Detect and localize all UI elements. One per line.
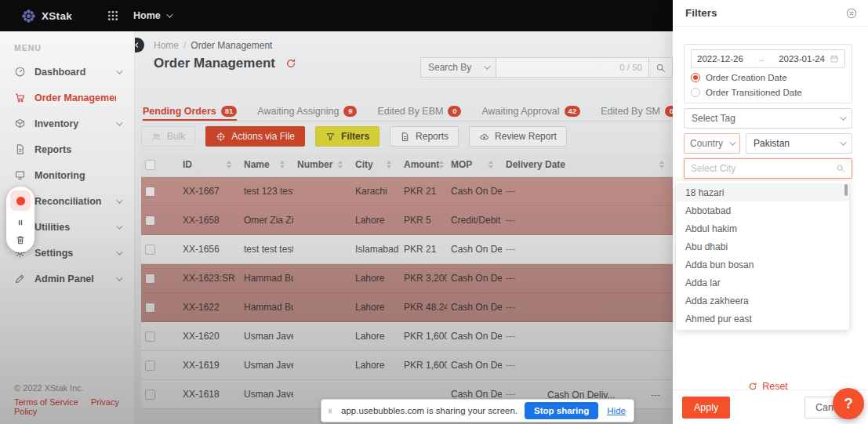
- row-checkbox[interactable]: [145, 274, 155, 284]
- row-select-cell: [141, 263, 179, 292]
- sort-control[interactable]: [338, 161, 343, 169]
- city-search-input[interactable]: [691, 163, 836, 174]
- close-icon[interactable]: [845, 7, 858, 20]
- status-tabs: Pending Orders 81 Awaiting Assigning 9 E…: [141, 101, 673, 121]
- bulk-button[interactable]: Bulk: [141, 126, 195, 147]
- city-option[interactable]: Adda zakheera: [676, 292, 849, 310]
- stop-sharing-button[interactable]: Stop sharing: [525, 402, 598, 419]
- review-report-button[interactable]: Review Report: [469, 126, 567, 147]
- status-tab[interactable]: Awaiting Approval 42: [481, 101, 580, 121]
- sidebar-item-label: Reconciliation: [35, 196, 116, 207]
- row-select-cell: [141, 234, 179, 263]
- row-checkbox[interactable]: [145, 390, 155, 400]
- date-to[interactable]: 2023-01-24: [779, 54, 825, 63]
- table-row[interactable]: XX-1623:SR Hammad Butt... Lahore PKR 3,2…: [141, 263, 673, 292]
- city-option[interactable]: Ahmed pur east: [676, 310, 849, 328]
- table-row[interactable]: XX-1620 Usman Javed Lahore PKR 1,600 Cas…: [141, 321, 673, 350]
- sidebar-collapse-button[interactable]: [135, 38, 144, 53]
- column-header[interactable]: Delivery Date: [502, 153, 673, 176]
- column-header[interactable]: Amount: [400, 153, 447, 176]
- sidebar-item[interactable]: Admin Panel: [0, 266, 134, 292]
- city-option[interactable]: Abbotabad: [676, 201, 849, 219]
- sort-control[interactable]: [227, 161, 231, 169]
- refresh-icon[interactable]: [285, 58, 296, 69]
- trash-icon[interactable]: [15, 234, 26, 245]
- chevron-down-icon: [116, 197, 122, 203]
- pause-icon[interactable]: [15, 217, 26, 228]
- row-checkbox[interactable]: [145, 303, 155, 313]
- record-button[interactable]: [10, 190, 31, 211]
- status-tab[interactable]: Awaiting Assigning 9: [257, 101, 357, 121]
- status-tab[interactable]: Edited By EBM 0: [377, 101, 461, 121]
- sort-control[interactable]: [439, 161, 444, 169]
- table-row[interactable]: XX-1658 Omer Zia Zia Lahore PKR 5 Credit…: [141, 205, 673, 234]
- hide-share-bar-link[interactable]: Hide: [607, 406, 626, 415]
- scrollbar-thumb[interactable]: [844, 184, 848, 196]
- select-tag-dropdown[interactable]: Select Tag: [684, 108, 852, 129]
- column-header[interactable]: MOP: [447, 153, 502, 176]
- row-checkbox[interactable]: [145, 332, 155, 342]
- search-by-select[interactable]: Search By: [420, 57, 496, 78]
- sort-control[interactable]: [488, 161, 493, 169]
- chevron-down-icon: [116, 248, 122, 255]
- tab-label: Edited By SM: [601, 106, 660, 117]
- select-tag-placeholder: Select Tag: [692, 113, 735, 124]
- search-input[interactable]: [503, 62, 619, 73]
- city-option[interactable]: Abdul hakim: [676, 219, 849, 237]
- city-option[interactable]: Adda lar: [676, 274, 849, 292]
- city-option[interactable]: Adda bun bosan: [676, 255, 849, 274]
- column-header[interactable]: ID: [179, 153, 240, 176]
- filters-button[interactable]: Filters: [315, 126, 380, 147]
- home-nav-dropdown[interactable]: Home: [133, 10, 171, 21]
- table-header-row: ID Name: [141, 153, 673, 176]
- column-header[interactable]: City: [351, 153, 400, 176]
- column-header[interactable]: Number: [293, 153, 351, 176]
- country-filter-row: Country Pakistan: [684, 133, 852, 154]
- select-all-checkbox[interactable]: [145, 160, 155, 170]
- table-row[interactable]: XX-1622 Hammad Butt... Lahore PKR 48.24 …: [141, 292, 673, 321]
- status-tab[interactable]: Edited By SM 0: [601, 101, 673, 121]
- sidebar-item[interactable]: Monitoring: [0, 162, 134, 188]
- breadcrumb-home[interactable]: Home: [154, 40, 179, 51]
- drag-handle-icon[interactable]: [326, 406, 334, 416]
- share-message: app.usebubbles.com is sharing your scree…: [341, 406, 518, 415]
- column-header[interactable]: Name: [240, 153, 293, 176]
- sort-control[interactable]: [659, 161, 664, 169]
- city-option[interactable]: Abu dhabi: [676, 237, 849, 255]
- radio-option[interactable]: Order Transitioned Date: [691, 86, 845, 98]
- sidebar-item[interactable]: Inventory: [0, 111, 134, 136]
- table-row[interactable]: XX-1667 test 123 test Karachi PKR 21 Cas…: [141, 176, 673, 205]
- actions-via-file-button[interactable]: Actions via File: [205, 126, 305, 147]
- radio-option[interactable]: Order Creation Date: [691, 71, 845, 83]
- date-from[interactable]: 2022-12-26: [697, 54, 743, 63]
- row-checkbox[interactable]: [145, 187, 155, 197]
- table-row[interactable]: XX-1656 test test test Islamabad PKR 21 …: [141, 234, 673, 263]
- column-header-label: City: [355, 159, 373, 170]
- chevron-down-icon: [166, 11, 173, 17]
- sidebar-item[interactable]: Dashboard: [0, 59, 134, 85]
- row-checkbox[interactable]: [145, 245, 155, 255]
- sidebar-item[interactable]: Reports: [0, 136, 134, 162]
- sidebar-item[interactable]: Order Management: [0, 85, 134, 111]
- cell-delivery-date: ---: [502, 350, 673, 379]
- cell-mop: Cash On Deliv...: [447, 321, 502, 350]
- row-checkbox[interactable]: [145, 361, 155, 371]
- sort-control[interactable]: [387, 161, 391, 169]
- sort-control[interactable]: [280, 161, 285, 169]
- app-grid-icon[interactable]: [107, 9, 119, 22]
- country-type-select[interactable]: Country: [684, 133, 740, 154]
- date-range-picker[interactable]: 2022-12-26 → 2023-01-24: [691, 49, 845, 68]
- search-button[interactable]: [649, 57, 673, 78]
- cell-id: XX-1658: [179, 205, 240, 234]
- actions-label: Actions via File: [231, 131, 295, 142]
- help-button[interactable]: ?: [833, 388, 864, 419]
- table-row[interactable]: XX-1619 Usman Javed Lahore PKR 1,600 Cas…: [141, 350, 673, 379]
- row-checkbox[interactable]: [145, 216, 155, 226]
- city-option-label: Abu dhabi: [685, 241, 728, 252]
- country-value-select[interactable]: Pakistan: [746, 133, 852, 154]
- reports-button[interactable]: Reports: [390, 126, 459, 147]
- status-tab[interactable]: Pending Orders 81: [143, 101, 237, 121]
- terms-of-service-link[interactable]: Terms of Service: [14, 397, 78, 407]
- apply-button[interactable]: Apply: [682, 397, 730, 419]
- city-option[interactable]: 18 hazari: [676, 183, 849, 201]
